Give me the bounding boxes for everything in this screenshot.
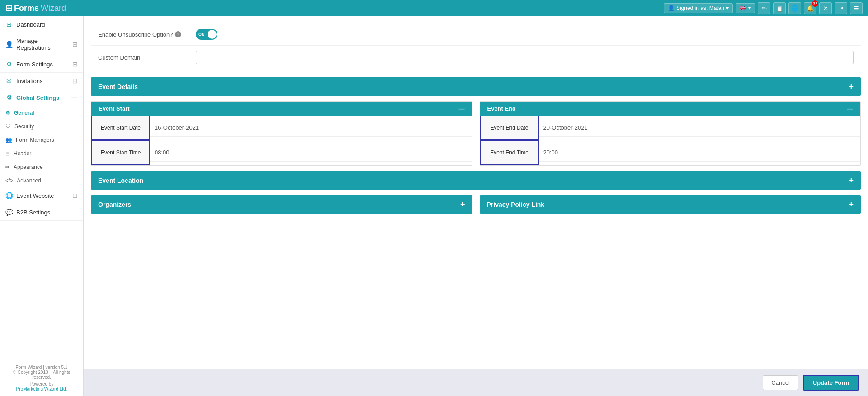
event-start-body: Event Start Date Event Start Time [91,116,472,165]
user-icon: 👤 [668,5,675,11]
event-website-icon: 🌐 [5,192,13,199]
cancel-button[interactable]: Cancel [763,375,798,390]
form-managers-icon: 👥 [5,137,12,143]
bottom-bar: Cancel Update Form [84,369,868,396]
sidebar-item-global-settings[interactable]: ⚙ Global Settings — [0,89,83,106]
sidebar-item-b2b-settings[interactable]: 💬 B2B Settings [0,204,83,221]
event-end-box: Event End — Event End Date Event End Tim… [480,101,861,166]
security-label: Security [14,123,34,130]
global-settings-icon: ⚙ [5,94,13,101]
header-label: Header [14,150,31,157]
custom-domain-label: Custom Domain [98,54,189,61]
organizers-title: Organizers [98,201,131,208]
copy-icon-btn[interactable]: 📋 [773,2,786,14]
event-end-title: Event End [487,105,516,112]
general-label: General [14,110,34,116]
external-link-icon-btn[interactable]: ↗ [835,2,847,14]
sidebar-sub-security[interactable]: 🛡 Security [0,120,83,133]
content-area: Enable Unsubscribe Option? ? ON Custom D… [84,16,868,396]
event-start-time-label: Event Start Time [91,140,150,165]
event-website-plus-icon: ⊞ [72,192,78,199]
topnav-right: 👤 Signed in as: Matan ▾ 🇬🇧 ▾ ✏ 📋 🌐 🔔 32 … [664,2,863,14]
event-start-date-row: Event Start Date [91,116,472,140]
toggle-switch[interactable]: ON [196,29,217,40]
toggle-knob [208,30,217,39]
sidebar-sub-advanced[interactable]: </> Advanced [0,174,83,187]
event-start-collapse-icon: — [459,105,465,112]
edit-icon-btn[interactable]: ✏ [758,2,770,14]
sidebar-item-manage-registrations[interactable]: 👤 Manage Registrations ⊞ [0,33,83,56]
sidebar-global-settings-label: Global Settings [16,94,59,101]
update-form-button[interactable]: Update Form [803,375,859,391]
logo: ⊞ Forms Wizard [5,3,66,13]
appearance-label: Appearance [14,164,43,170]
sidebar-sub-appearance[interactable]: ✏ Appearance [0,160,83,174]
event-details-title: Event Details [98,83,138,90]
user-menu[interactable]: 👤 Signed in as: Matan ▾ [664,3,733,13]
top-navigation: ⊞ Forms Wizard 👤 Signed in as: Matan ▾ 🇬… [0,0,868,16]
user-label: Signed in as: Matan [676,5,724,11]
sidebar-item-invitations[interactable]: ✉ Invitations ⊞ [0,73,83,89]
sidebar-form-settings-label: Form Settings [16,61,53,68]
event-start-box: Event Start — Event Start Date Event Sta… [91,101,472,166]
event-end-date-label: Event End Date [480,116,539,140]
sidebar-manage-reg-label: Manage Registrations [16,37,72,51]
header-icon: ⊟ [5,150,10,157]
unsubscribe-toggle[interactable]: ON [196,29,217,40]
event-end-date-input[interactable] [539,119,861,137]
event-location-expand-icon: + [849,176,854,185]
unsubscribe-help-icon[interactable]: ? [175,31,181,37]
event-end-body: Event End Date Event End Time [480,116,861,165]
advanced-icon: </> [5,177,13,184]
language-selector[interactable]: 🇬🇧 ▾ [736,3,755,13]
privacy-policy-expand-icon: + [849,200,854,209]
invitations-icon: ✉ [5,77,13,84]
privacy-policy-header[interactable]: Privacy Policy Link + [480,195,861,214]
sidebar-item-event-website[interactable]: 🌐 Event Website ⊞ [0,187,83,204]
lang-chevron: ▾ [748,5,751,11]
event-location-title: Event Location [98,177,143,184]
event-start-header: Event Start — [91,102,472,116]
event-start-time-input[interactable] [150,144,472,162]
custom-domain-input[interactable] [196,51,854,64]
logo-forms: Forms [14,4,39,13]
event-end-time-row: Event End Time [480,140,861,165]
event-end-collapse-icon: — [847,105,853,112]
sidebar-sub-form-managers[interactable]: 👥 Form Managers [0,133,83,147]
event-start-time-row: Event Start Time [91,140,472,165]
b2b-icon: 💬 [5,209,13,216]
event-end-time-label: Event End Time [480,140,539,165]
sidebar-footer: Form-Wizard | version 5.1 © Copyright 20… [0,360,83,396]
invitations-plus-icon: ⊞ [72,77,78,84]
form-managers-label: Form Managers [16,137,54,143]
footer-company-link[interactable]: ProMarketing Wizard Ltd. [16,387,67,391]
notification-badge: 32 [812,0,818,7]
event-start-date-input[interactable] [150,119,472,137]
sidebar-sub-header[interactable]: ⊟ Header [0,147,83,160]
menu-icon-btn[interactable]: ☰ [850,2,863,14]
security-icon: 🛡 [5,123,11,130]
event-location-header[interactable]: Event Location + [91,171,861,190]
globe-icon-btn[interactable]: 🌐 [788,2,801,14]
custom-domain-row: Custom Domain [91,46,861,70]
event-website-label: Event Website [16,192,54,199]
footer-powered: Powered by ProMarketing Wizard Ltd. [5,382,78,391]
advanced-label: Advanced [17,177,41,184]
dashboard-icon: ⊞ [5,21,13,28]
general-icon: ⚙ [5,110,10,116]
close-icon-btn[interactable]: ✕ [819,2,832,14]
form-settings-plus-icon: ⊞ [72,61,78,68]
sidebar-item-form-settings[interactable]: ⚙ Form Settings ⊞ [0,56,83,73]
sidebar-item-dashboard[interactable]: ⊞ Dashboard [0,16,83,33]
sidebar-sub-general[interactable]: ⚙ General [0,106,83,120]
sidebar-sub-menu: ⚙ General 🛡 Security 👥 Form Managers ⊟ H… [0,106,83,187]
unsubscribe-row: Enable Unsubscribe Option? ? ON [91,23,861,46]
footer-line2: © Copyright 2013 – All rights reserved. [5,370,78,380]
logo-icon: ⊞ [5,3,12,13]
manage-reg-plus-icon: ⊞ [72,41,78,48]
sidebar-dashboard-label: Dashboard [16,21,45,28]
event-details-header[interactable]: Event Details + [91,77,861,96]
notification-btn[interactable]: 🔔 32 [804,2,816,14]
event-end-time-input[interactable] [539,144,861,162]
organizers-header[interactable]: Organizers + [91,195,472,214]
